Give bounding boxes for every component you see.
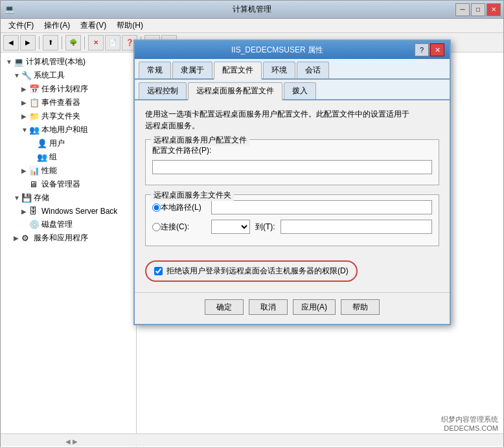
- sidebar-item-winserverbackup[interactable]: ▶ 🗄 Windows Server Back: [1, 205, 136, 218]
- computer-icon: 💻: [14, 57, 24, 67]
- sidebar-label: 本地用户和组: [41, 124, 88, 135]
- sidebar-label: 任务计划程序: [41, 84, 88, 95]
- forward-button[interactable]: ▶: [20, 35, 36, 51]
- local-path-input[interactable]: [211, 200, 432, 214]
- sidebar-label: 组: [49, 152, 57, 163]
- local-path-radio[interactable]: [152, 203, 161, 212]
- delete-button[interactable]: ✕: [88, 35, 104, 51]
- tab-dialin[interactable]: 拨入: [284, 82, 316, 99]
- sidebar-item-taskscheduler[interactable]: ▶ 📅 任务计划程序: [1, 82, 136, 96]
- sidebar-label: 磁盘管理: [41, 219, 73, 230]
- menu-help[interactable]: 帮助(H): [111, 19, 148, 32]
- expand-arrow: ▶: [21, 167, 29, 174]
- help-button[interactable]: 帮助: [341, 299, 380, 315]
- profile-input-row: [152, 160, 432, 174]
- tab-member[interactable]: 隶属于: [172, 62, 212, 78]
- sidebar-item-computer[interactable]: ▼ 💻 计算机管理(本地): [1, 55, 136, 69]
- menu-bar: 文件(F) 操作(A) 查看(V) 帮助(H): [1, 19, 503, 33]
- sharedfolders-icon: 📁: [29, 111, 40, 122]
- expand-arrow: ▶: [21, 208, 29, 215]
- sidebar-item-localusers[interactable]: ▼ 👥 本地用户和组: [1, 123, 136, 137]
- dialog-footer: 确定 取消 应用(A) 帮助: [135, 292, 450, 324]
- dialog-help-button[interactable]: ?: [415, 43, 429, 56]
- sidebar-label: 事件查看器: [41, 97, 80, 108]
- properties-dialog: IIS_DEDECMSUSER 属性 ? ✕ 常规 隶属于 配置文件 环境 会话…: [133, 40, 451, 325]
- path-label: 配置文件路径(P):: [152, 145, 211, 156]
- main-window: 💻 计算机管理 ─ □ ✕ 文件(F) 操作(A) 查看(V) 帮助(H) ◀ …: [0, 0, 504, 447]
- profile-section-label: 远程桌面服务用户配置文件: [151, 135, 249, 146]
- services-icon: ⚙: [21, 233, 32, 244]
- performance-icon: 📊: [29, 166, 40, 176]
- sidebar-item-eventviewer[interactable]: ▶ 📋 事件查看器: [1, 96, 136, 109]
- deny-logon-container: 拒绝该用户登录到远程桌面会话主机服务器的权限(D): [145, 260, 358, 282]
- expand-arrow: ▼: [14, 194, 21, 201]
- dialog-title-bar: IIS_DEDECMSUSER 属性 ? ✕: [135, 41, 450, 59]
- expand-arrow: ▼: [6, 58, 14, 65]
- sidebar-item-diskmgmt[interactable]: 💿 磁盘管理: [1, 218, 136, 231]
- deny-logon-label[interactable]: 拒绝该用户登录到远程桌面会话主机服务器的权限(D): [166, 266, 349, 277]
- profile-path-row: 配置文件路径(P):: [152, 145, 432, 156]
- status-bar: ◀ ▶: [1, 433, 503, 446]
- window-title: 计算机管理: [233, 4, 271, 15]
- homefolder-section-label: 远程桌面服务主文件夹: [151, 190, 234, 201]
- back-button[interactable]: ◀: [3, 35, 19, 51]
- dialog-title-buttons: ? ✕: [415, 43, 444, 56]
- maximize-button[interactable]: □: [471, 3, 485, 16]
- up-button[interactable]: ⬆: [43, 35, 58, 51]
- expand-arrow: ▶: [21, 99, 29, 106]
- localusers-icon: 👥: [29, 125, 40, 135]
- profile-path-input[interactable]: [152, 160, 432, 174]
- sidebar-item-devicemgr[interactable]: 🖥 设备管理器: [1, 178, 136, 191]
- sidebar-item-users[interactable]: 👤 用户: [1, 137, 136, 150]
- cancel-button[interactable]: 取消: [249, 299, 288, 315]
- groups-icon: 👥: [37, 152, 47, 163]
- dialog-close-button[interactable]: ✕: [430, 43, 444, 56]
- sidebar-item-groups[interactable]: 👥 组: [1, 150, 136, 164]
- sidebar-label: 性能: [41, 165, 57, 176]
- storage-icon: 💾: [21, 193, 32, 203]
- sidebar-label: 存储: [34, 192, 49, 203]
- menu-view[interactable]: 查看(V): [75, 19, 111, 32]
- sidebar-label: 计算机管理(本地): [26, 56, 86, 67]
- sidebar-item-performance[interactable]: ▶ 📊 性能: [1, 164, 136, 178]
- menu-file[interactable]: 文件(F): [3, 19, 39, 32]
- sidebar-item-services[interactable]: ▶ ⚙ 服务和应用程序: [1, 231, 136, 245]
- dialog-tabs-second: 远程控制 远程桌面服务配置文件 拨入: [135, 80, 450, 100]
- toolbar-sep3: [84, 36, 85, 49]
- menu-action[interactable]: 操作(A): [39, 19, 75, 32]
- connect-label[interactable]: 连接(C):: [161, 222, 206, 233]
- sidebar-item-sharedfolders[interactable]: ▶ 📁 共享文件夹: [1, 109, 136, 123]
- tab-env[interactable]: 环境: [263, 62, 295, 78]
- dialog-description: 使用这一选项卡配置远程桌面服务用户配置文件。此配置文件中的设置适用于远程桌面服务…: [145, 108, 439, 132]
- tab-remote-control[interactable]: 远程控制: [139, 82, 187, 99]
- ok-button[interactable]: 确定: [205, 299, 244, 315]
- expand-arrow: ▶: [21, 113, 29, 120]
- show-hide-tree[interactable]: 🌳: [65, 35, 81, 51]
- expand-arrow: ▶: [14, 235, 21, 242]
- sidebar-item-storage[interactable]: ▼ 💾 存储: [1, 191, 136, 205]
- tab-general[interactable]: 常规: [139, 62, 171, 78]
- sidebar-label: 系统工具: [34, 70, 65, 81]
- devicemgr-icon: 🖥: [29, 179, 40, 190]
- connect-drive-select[interactable]: [211, 220, 250, 234]
- local-path-label[interactable]: 本地路径(L): [161, 202, 206, 213]
- diskmgmt-icon: 💿: [29, 220, 40, 230]
- toolbar-sep2: [62, 36, 62, 49]
- taskscheduler-icon: 📅: [29, 84, 40, 95]
- scroll-indicator[interactable]: ◀ ▶: [65, 438, 78, 445]
- apply-button[interactable]: 应用(A): [293, 299, 336, 315]
- homefolder-section: 远程桌面服务主文件夹 本地路径(L) 连接(C): 到(T):: [145, 194, 439, 246]
- minimize-button[interactable]: ─: [455, 3, 470, 16]
- connect-to-input[interactable]: [281, 220, 432, 234]
- close-button[interactable]: ✕: [487, 3, 501, 16]
- properties-button[interactable]: 📄: [105, 35, 120, 51]
- local-path-row: 本地路径(L): [152, 200, 432, 214]
- deny-logon-checkbox[interactable]: [154, 267, 163, 275]
- toolbar-sep1: [39, 36, 40, 49]
- watermark-line2: DEDECMS.COM: [441, 424, 498, 432]
- sidebar-item-tools[interactable]: ▼ 🔧 系统工具: [1, 69, 136, 82]
- connect-radio[interactable]: [152, 223, 161, 231]
- tab-session[interactable]: 会话: [297, 62, 329, 78]
- tab-rds-profile[interactable]: 远程桌面服务配置文件: [188, 82, 282, 100]
- tab-profile[interactable]: 配置文件: [214, 62, 262, 80]
